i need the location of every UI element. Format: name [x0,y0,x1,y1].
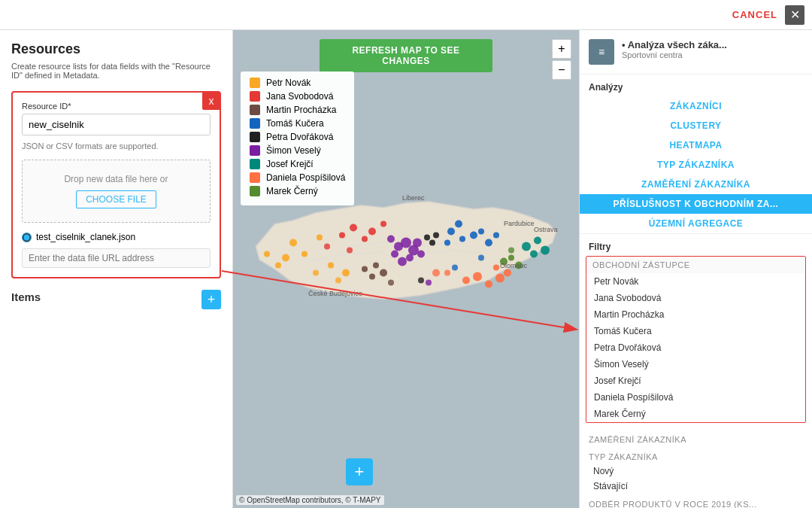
analysis-info: • Analýza všech záka... Sportovní centra [622,39,727,59]
filter-group-item[interactable]: Marek Černý [586,406,805,422]
filter-group-header: OBCHODNÍ ZÁSTUPCE [586,257,805,273]
filter-group-item[interactable]: Petr Novák [586,273,805,290]
svg-point-8 [264,251,270,257]
svg-point-15 [401,238,411,248]
typ-label: TYP ZÁKAZNÍKA [580,446,812,464]
nav-item[interactable]: CLUSTERY [580,116,812,135]
svg-point-33 [485,281,492,288]
svg-point-51 [313,270,319,276]
svg-text:Olomouc: Olomouc [500,262,528,269]
legend-item: Martin Procházka [250,105,345,115]
resources-subtitle: Create resource lists for data fields wi… [11,62,221,80]
svg-text:Liberec: Liberec [402,194,425,202]
svg-point-7 [275,263,281,269]
svg-point-58 [418,278,424,284]
svg-point-3 [317,235,323,241]
typ-item[interactable]: Stávající [580,479,812,494]
nav-item[interactable]: ZAMĚŘENÍ ZÁKAZNÍKA [580,175,812,194]
filter-group-item[interactable]: Šimon Veselý [586,356,805,373]
svg-point-57 [388,280,394,286]
svg-text:Ostrava: Ostrava [534,226,558,233]
svg-point-25 [470,232,477,239]
svg-point-61 [347,248,353,254]
doc-icon: ≡ [598,46,604,58]
svg-text:Pardubice: Pardubice [504,220,535,227]
close-form-button[interactable]: x [202,92,220,110]
svg-point-36 [493,265,499,271]
filter-group-item[interactable]: Daniela Pospíšilová [586,389,805,406]
zoom-out-button[interactable]: − [552,60,571,80]
svg-point-62 [324,244,330,250]
radio-file-label: test_ciselnik_clanek.json [36,232,135,242]
svg-point-49 [508,255,514,261]
add-below-section: + [346,458,373,485]
add-item-button[interactable]: + [201,290,221,309]
filter-group-item[interactable]: Tomáš Kučera [586,323,805,339]
right-panel: ≡ • Analýza všech záka... Sportovní cent… [579,30,812,508]
cancel-button[interactable]: CANCEL [732,9,777,20]
map-attribution: © OpenStreetMap contributors, © T-MAPY [236,495,384,505]
legend-item: Daniela Pospíšilová [250,172,345,183]
svg-point-34 [495,274,504,283]
filter-group-item[interactable]: Josef Krejčí [586,373,805,389]
dropzone: Drop new data file here or CHOOSE FILE [22,160,211,223]
url-input[interactable] [22,248,211,268]
legend-item: Marek Černý [250,186,345,196]
legend-item: Josef Krejčí [250,159,345,169]
filter-group-item[interactable]: Petra Dvořáková [586,339,805,356]
svg-point-5 [328,263,334,269]
svg-point-11 [368,228,376,236]
svg-point-41 [380,269,387,277]
filter-group-item[interactable]: Martin Procházka [586,306,805,323]
add-below-button[interactable]: + [346,458,373,485]
resource-id-input[interactable] [22,114,211,135]
svg-point-52 [335,278,341,284]
filter-groups: OBCHODNÍ ZÁSTUPCEPetr NovákJana Svobodov… [580,256,812,423]
nav-items: ZÁKAZNÍCICLUSTERYHEATMAPATYP ZÁKAZNÍKAZA… [580,96,812,233]
zoom-in-button[interactable]: + [552,39,571,59]
svg-point-60 [478,255,484,261]
filter-group-box: OBCHODNÍ ZÁSTUPCEPetr NovákJana Svobodov… [586,256,806,423]
form-hint: JSON or CSV formats are supported. [22,141,211,151]
svg-point-19 [406,254,414,262]
analysis-header: ≡ • Analýza všech záka... Sportovní cent… [580,30,812,75]
legend-item: Šimon Veselý [250,145,345,156]
svg-point-43 [362,266,368,272]
svg-point-30 [493,233,499,239]
close-icon-button[interactable]: ✕ [785,5,804,25]
legend-item: Jana Svobodová [250,91,345,102]
zamereni-label: ZAMĚŘENÍ ZÁKAZNÍKA [580,429,812,446]
svg-point-6 [342,269,350,277]
nav-item[interactable]: HEATMAPA [580,135,812,155]
zoom-controls: + − [552,39,571,81]
svg-text:České Budějovice: České Budějovice [308,290,362,297]
nav-item[interactable]: ZÁKAZNÍCI [580,96,812,116]
radio-file-row: test_ciselnik_clanek.json [22,232,211,242]
svg-point-44 [522,242,531,251]
svg-point-17 [398,257,407,266]
nav-item[interactable]: TYP ZÁKAZNÍKA [580,155,812,175]
resource-id-label: Resource ID* [22,102,211,111]
radio-file-input[interactable] [22,233,32,242]
svg-point-55 [452,265,458,271]
svg-point-40 [373,263,379,269]
analyzy-section-title: Analýzy [580,75,812,96]
nav-item[interactable]: ÚZEMNÍ AGREGACE [580,214,812,233]
nav-item[interactable]: PŘÍSLUŠNOST K OBCHODNÍM ZA... [580,194,812,214]
svg-point-2 [301,251,308,257]
svg-point-12 [380,221,386,227]
svg-point-31 [462,277,470,284]
svg-point-45 [534,237,541,245]
svg-point-22 [417,251,425,258]
svg-point-29 [485,239,492,247]
choose-file-button[interactable]: CHOOSE FILE [76,190,156,208]
refresh-map-button[interactable]: REFRESH MAP TO SEE CHANGES [320,39,492,72]
svg-point-47 [530,251,538,258]
svg-point-32 [473,272,482,281]
typ-item[interactable]: Nový [580,464,812,479]
svg-point-35 [504,269,511,277]
map-area: Liberec Pardubice Olomouc České Budějovi… [233,30,579,508]
svg-point-39 [424,235,430,241]
legend: Petr NovákJana SvobodováMartin Procházka… [241,71,354,205]
filter-group-item[interactable]: Jana Svobodová [586,290,805,306]
